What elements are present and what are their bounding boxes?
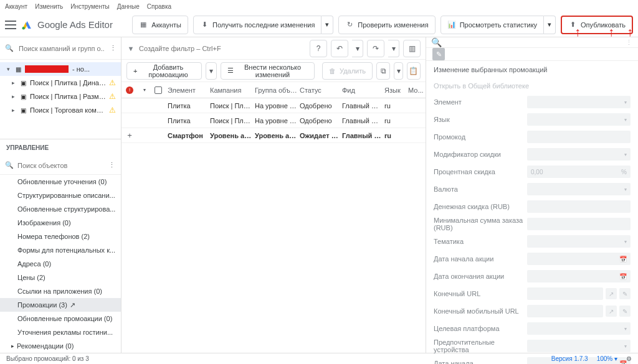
add-promo-dropdown[interactable]: ▾ xyxy=(206,62,217,80)
hamburger-icon[interactable] xyxy=(5,21,16,29)
field-dropdown[interactable]: ▾ xyxy=(527,96,631,108)
menu-account[interactable]: Аккаунт xyxy=(5,3,27,10)
get-changes-button[interactable]: ⬇Получить последние изменения xyxy=(193,16,321,34)
redo-dropdown[interactable]: ▾ xyxy=(388,40,399,57)
view-stats-dropdown[interactable]: ▾ xyxy=(544,16,556,34)
menu-tools[interactable]: Инструменты xyxy=(70,3,109,10)
col-mod[interactable]: Мо... xyxy=(406,86,424,94)
external-icon[interactable]: ↗ xyxy=(606,288,617,299)
field-dropdown[interactable]: ▾ xyxy=(527,322,631,335)
search-icon[interactable]: 🔍 xyxy=(431,37,621,47)
col-lang[interactable]: Язык xyxy=(382,86,406,94)
edit-icon[interactable]: ✎ xyxy=(619,288,631,299)
trash-icon: 🗑 xyxy=(329,67,336,75)
help-button[interactable]: ? xyxy=(310,40,327,57)
field-label: Промокод xyxy=(434,133,527,141)
col-status-text[interactable]: Статус xyxy=(297,86,340,94)
field-dropdown[interactable]: ▾ xyxy=(527,113,631,126)
check-changes-button[interactable]: ↻Проверить изменения xyxy=(338,16,435,34)
mgmt-recommendations[interactable]: ▸Рекомендации (0) xyxy=(0,339,121,353)
bulk-edit-button[interactable]: ☰Внести несколько изменений xyxy=(221,62,315,80)
table-row[interactable]: + Смартфон Уровень акка... Уровень акка.… xyxy=(121,128,426,143)
campaign-search-input[interactable] xyxy=(19,45,105,52)
edit-tab-icon[interactable]: ✎ xyxy=(432,48,445,60)
field-label: Конечный мобильный URL xyxy=(434,307,527,315)
mgmt-item[interactable]: Адреса (0) xyxy=(0,257,121,271)
objects-search-input[interactable] xyxy=(17,162,103,169)
mgmt-item[interactable]: Формы для потенциальных к... xyxy=(0,243,121,257)
field-label: Минимальная сумма заказа (RUB) xyxy=(434,217,527,231)
zoom-level[interactable]: 100% ▾ xyxy=(597,355,617,362)
menu-help[interactable]: Справка xyxy=(147,3,171,10)
field-dropdown[interactable]: ▾ xyxy=(527,340,631,352)
field-date[interactable]: 📅 xyxy=(527,270,631,282)
right-panel: 🔍 ⋮ ✎ Изменение выбранных промоакций Отк… xyxy=(426,37,638,353)
delete-button[interactable]: 🗑Удалить xyxy=(322,62,373,80)
layout-button[interactable]: ▥ xyxy=(403,40,421,57)
view-stats-button[interactable]: 📊Просмотреть статистику xyxy=(440,16,544,34)
publish-button[interactable]: ⬆Опубликовать xyxy=(561,16,633,34)
undo-dropdown[interactable]: ▾ xyxy=(352,40,363,57)
property-field: Промокод xyxy=(426,128,638,146)
get-changes-dropdown[interactable]: ▾ xyxy=(321,16,333,34)
app-title: Google Ads Editor xyxy=(37,19,113,30)
mgmt-item[interactable]: Уточнения рекламы гостини... xyxy=(0,325,121,339)
field-label: Денежная скидка (RUB) xyxy=(434,203,527,210)
property-field: Язык▾ xyxy=(426,111,638,128)
menu-data[interactable]: Данные xyxy=(117,3,140,10)
mgmt-item[interactable]: Обновленные промоакции (0) xyxy=(0,312,121,325)
mgmt-item[interactable]: Цены (2) xyxy=(0,271,121,284)
field-input[interactable] xyxy=(527,218,631,230)
mgmt-item[interactable]: Ссылки на приложения (0) xyxy=(0,284,121,298)
campaign-icon: ▣ xyxy=(19,92,27,101)
tree-campaign-row[interactable]: ▸▣Поиск | Плитка | Разме...⚠ xyxy=(0,90,121,103)
field-input[interactable] xyxy=(527,200,631,213)
more-icon[interactable]: ⋮ xyxy=(107,161,116,170)
mgmt-item-promo[interactable]: Промоакции (3) ↗ xyxy=(0,298,121,312)
refresh-icon: ↻ xyxy=(345,21,354,29)
edit-icon[interactable]: ✎ xyxy=(619,306,631,317)
accounts-button[interactable]: ▦Аккаунты xyxy=(132,16,188,34)
col-feed[interactable]: Фид xyxy=(340,86,382,94)
more-icon[interactable]: ⋮ xyxy=(624,38,633,47)
field-date[interactable]: 📅 xyxy=(527,253,631,265)
add-promo-button[interactable]: +Добавить промоакцию xyxy=(126,62,202,80)
redo-button[interactable]: ↷ xyxy=(367,40,384,57)
field-input[interactable] xyxy=(527,131,631,143)
calendar-icon: 📅 xyxy=(619,273,627,280)
undo-button[interactable]: ↶ xyxy=(331,40,348,57)
mgmt-item[interactable]: Обновленные уточнения (0) xyxy=(0,175,121,189)
settings-icon[interactable]: ⚙ xyxy=(626,355,632,362)
svg-point-0 xyxy=(22,27,26,30)
field-dropdown[interactable]: ▾ xyxy=(527,183,631,195)
filter-input[interactable] xyxy=(139,45,306,52)
open-library-link[interactable]: Открыть в Общей библиотеке xyxy=(426,78,638,93)
mgmt-item[interactable]: Обновленные структурирова... xyxy=(0,202,121,216)
tree-campaign-row[interactable]: ▸▣Поиск | Торговая компа...⚠ xyxy=(0,103,121,117)
col-element[interactable]: Элемент xyxy=(165,86,207,94)
col-adgroup[interactable]: Группа объявл.. xyxy=(252,86,297,94)
search-icon: 🔍 xyxy=(5,44,14,53)
field-dropdown[interactable]: ▾ xyxy=(527,148,631,161)
col-checkbox[interactable] xyxy=(151,86,165,94)
tree-campaign-row[interactable]: ▸▣Поиск | Плитка | Динам...⚠ xyxy=(0,76,121,90)
property-field: Конечный мобильный URL↗✎ xyxy=(426,302,638,320)
menu-edit[interactable]: Изменить xyxy=(35,3,63,10)
tree-account-row[interactable]: ▾ ▦ - но... xyxy=(0,62,121,76)
field-input[interactable]: 0,00% xyxy=(527,166,631,178)
mgmt-item[interactable]: Структурированные описани... xyxy=(0,189,121,202)
field-input[interactable] xyxy=(527,287,603,300)
col-campaign[interactable]: Кампания xyxy=(207,86,252,94)
field-label: Валюта xyxy=(434,185,527,193)
search-icon: 🔍 xyxy=(5,161,14,170)
field-dropdown[interactable]: ▾ xyxy=(527,235,631,248)
mgmt-item[interactable]: Изображения (0) xyxy=(0,216,121,230)
table-row[interactable]: Плитка Поиск | Плитк... На уровне ка... … xyxy=(121,98,426,113)
mgmt-item[interactable]: Номера телефонов (2) xyxy=(0,230,121,243)
col-status[interactable]: ! xyxy=(121,86,138,94)
more-icon[interactable]: ⋮ xyxy=(110,44,117,53)
external-icon[interactable]: ↗ xyxy=(606,306,617,317)
warning-icon: ⚠ xyxy=(109,92,116,101)
table-row[interactable]: Плитка Поиск | Плитк... На уровне ка... … xyxy=(121,113,426,128)
field-input[interactable] xyxy=(527,305,603,317)
